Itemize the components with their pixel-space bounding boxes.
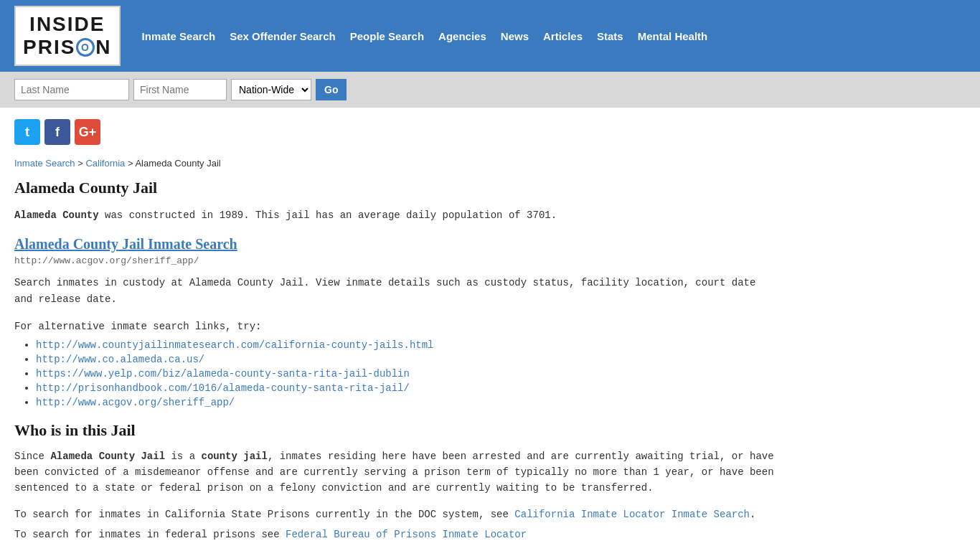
breadcrumb: Inmate Search > California > Alameda Cou… xyxy=(14,158,775,169)
site-header: INSIDE PRISON Inmate SearchSex Offender … xyxy=(0,0,980,72)
nav-item-articles[interactable]: Articles xyxy=(543,30,583,42)
breadcrumb-california[interactable]: California xyxy=(85,158,125,169)
inmate-search-link[interactable]: Alameda County Jail Inmate Search xyxy=(14,236,775,253)
first-name-input[interactable] xyxy=(133,79,227,100)
search-state-pre: To search for inmates in California Stat… xyxy=(14,509,514,520)
google-button[interactable]: G+ xyxy=(75,119,100,145)
logo-n: N xyxy=(95,36,111,59)
alt-links-list: http://www.countyjailinmatesearch.com/ca… xyxy=(14,339,775,408)
intro-rest: was constructed in 1989. This jail has a… xyxy=(99,209,557,221)
breadcrumb-inmate-search[interactable]: Inmate Search xyxy=(14,158,75,169)
twitter-button[interactable]: t xyxy=(14,119,40,145)
logo-prison-text: PRISON xyxy=(23,36,112,59)
alt-link[interactable]: http://prisonhandbook.com/1016/alameda-c… xyxy=(36,382,410,394)
search-federal-pre: To search for inmates in federal prisons… xyxy=(14,529,286,540)
list-item: http://www.co.alameda.ca.us/ xyxy=(36,354,775,365)
breadcrumb-sep1: > xyxy=(77,158,85,169)
scope-select[interactable]: Nation-WideCaliforniaFederal xyxy=(231,79,311,100)
alt-link[interactable]: http://www.co.alameda.ca.us/ xyxy=(36,354,204,365)
main-nav: Inmate SearchSex Offender SearchPeople S… xyxy=(142,30,708,42)
last-name-input[interactable] xyxy=(14,79,129,100)
who-bold-text: Alameda County Jail xyxy=(50,451,165,462)
logo-pris: PRIS xyxy=(23,36,75,59)
intro-paragraph: Alameda County was constructed in 1989. … xyxy=(14,207,775,223)
nav-item-news[interactable]: News xyxy=(501,30,529,42)
alt-link[interactable]: http://www.acgov.org/sheriff_app/ xyxy=(36,397,235,408)
alt-link[interactable]: https://www.yelp.com/biz/alameda-county-… xyxy=(36,368,410,380)
nav-item-stats[interactable]: Stats xyxy=(597,30,623,42)
site-logo[interactable]: INSIDE PRISON xyxy=(14,6,121,66)
nav-item-agencies[interactable]: Agencies xyxy=(438,30,486,42)
alt-links-intro: For alternative inmate search links, try… xyxy=(14,319,775,334)
logo-inside-text: INSIDE xyxy=(23,13,112,36)
who-title: Who is in this Jail xyxy=(14,421,775,440)
intro-bold: Alameda County xyxy=(14,209,99,221)
breadcrumb-current: Alameda County Jail xyxy=(135,158,220,169)
search-state-post: . xyxy=(750,509,755,520)
social-icons-bar: t f G+ xyxy=(0,108,980,151)
logo-o-circle: O xyxy=(76,38,95,57)
list-item: http://prisonhandbook.com/1016/alameda-c… xyxy=(36,382,775,394)
nav-item-people-search[interactable]: People Search xyxy=(350,30,424,42)
search-bar: Nation-WideCaliforniaFederal Go xyxy=(0,72,980,108)
search-federal-paragraph: To search for inmates in federal prisons… xyxy=(14,527,775,542)
who-paragraph: Since Alameda County Jail is a county ja… xyxy=(14,448,775,496)
nav-item-mental-health[interactable]: Mental Health xyxy=(638,30,708,42)
list-item: http://www.acgov.org/sheriff_app/ xyxy=(36,397,775,408)
search-state-link[interactable]: California Inmate Locator Inmate Search xyxy=(514,509,750,520)
list-item: http://www.countyjailinmatesearch.com/ca… xyxy=(36,339,775,351)
search-federal-link[interactable]: Federal Bureau of Prisons Inmate Locator xyxy=(286,529,527,540)
who-bold-text: county jail xyxy=(201,451,267,462)
facebook-button[interactable]: f xyxy=(44,119,70,145)
nav-item-sex-offender-search[interactable]: Sex Offender Search xyxy=(230,30,336,42)
breadcrumb-sep2: > xyxy=(128,158,136,169)
alt-link[interactable]: http://www.countyjailinmatesearch.com/ca… xyxy=(36,339,434,351)
search-state-paragraph: To search for inmates in California Stat… xyxy=(14,507,775,522)
nav-item-inmate-search[interactable]: Inmate Search xyxy=(142,30,216,42)
inmate-search-description: Search inmates in custody at Alameda Cou… xyxy=(14,275,775,307)
inmate-search-url: http://www.acgov.org/sheriff_app/ xyxy=(14,255,775,266)
list-item: https://www.yelp.com/biz/alameda-county-… xyxy=(36,368,775,380)
go-button[interactable]: Go xyxy=(316,79,347,100)
page-title: Alameda County Jail xyxy=(14,179,775,197)
